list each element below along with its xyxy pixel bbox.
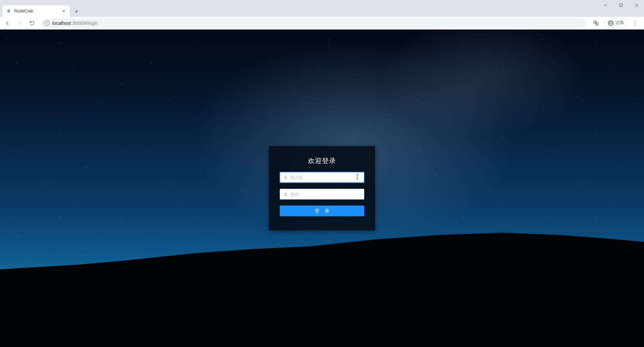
site-info-icon[interactable]: i (44, 20, 50, 26)
arrow-left-icon (5, 20, 11, 26)
profile-label: 访客 (615, 20, 624, 26)
username-input[interactable] (280, 172, 364, 183)
lock-icon (283, 192, 288, 197)
text-cursor-icon (356, 174, 359, 181)
avatar-icon (608, 20, 614, 26)
window-minimize-button[interactable] (598, 0, 613, 10)
username-field (280, 172, 364, 183)
svg-rect-9 (284, 194, 287, 196)
browser-menu-button[interactable]: ⋮ (631, 19, 639, 27)
address-bar[interactable]: i localhost:3008/#/login (41, 18, 586, 28)
toolbar-right-icons: 访客 ⋮ (588, 18, 641, 28)
window-close-button[interactable] (629, 0, 644, 10)
nav-reload-button[interactable] (27, 18, 37, 28)
password-field (280, 189, 364, 200)
address-text: localhost:3008/#/login (52, 20, 583, 26)
user-icon (283, 175, 288, 180)
browser-tab-strip-area: ❄ RudeCrab × ＋ (0, 0, 644, 17)
tab-favicon-icon: ❄ (6, 8, 11, 14)
address-path: :3008/#/login (71, 20, 98, 26)
reload-icon (29, 20, 35, 26)
window-controls (598, 0, 644, 10)
window-maximize-button[interactable] (613, 0, 629, 10)
login-submit-button[interactable]: 登 录 (280, 206, 364, 216)
login-card: 欢迎登录 登 录 (269, 146, 375, 231)
profile-chip[interactable]: 访客 (604, 18, 628, 28)
new-tab-button[interactable]: ＋ (72, 6, 81, 16)
horizon-silhouette (0, 233, 644, 347)
browser-toolbar: i localhost:3008/#/login 访客 ⋮ (0, 17, 644, 30)
nav-forward-button[interactable] (15, 18, 25, 28)
svg-point-6 (610, 22, 611, 23)
arrow-right-icon (17, 20, 23, 26)
tab-title: RudeCrab (14, 9, 58, 13)
nav-back-button[interactable] (3, 18, 13, 28)
minimize-icon (604, 3, 607, 7)
maximize-icon (619, 3, 623, 7)
svg-point-7 (285, 176, 286, 177)
page-viewport: 欢迎登录 登 录 (0, 30, 644, 347)
browser-tab-active[interactable]: ❄ RudeCrab × (3, 5, 70, 17)
translate-button[interactable] (591, 18, 601, 28)
close-icon (635, 3, 638, 7)
svg-rect-1 (620, 4, 622, 6)
tab-strip: ❄ RudeCrab × ＋ (0, 5, 81, 17)
password-input[interactable] (280, 189, 364, 200)
address-host: localhost (52, 20, 71, 26)
svg-rect-4 (594, 21, 596, 23)
tab-close-icon[interactable]: × (61, 8, 66, 14)
translate-icon (593, 20, 599, 26)
login-title: 欢迎登录 (280, 156, 364, 165)
